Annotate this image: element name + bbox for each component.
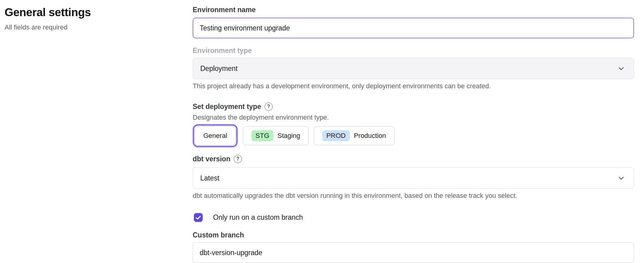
custom-branch-checkbox-label: Only run on a custom branch xyxy=(213,213,303,222)
deployment-type-description: Designates the deployment environment ty… xyxy=(193,114,634,121)
deployment-type-production-button[interactable]: PROD Production xyxy=(314,126,394,145)
page-title: General settings xyxy=(5,6,193,19)
deployment-type-general-button[interactable]: General xyxy=(195,126,236,145)
production-badge: PROD xyxy=(322,130,350,141)
deployment-type-staging-label: Staging xyxy=(278,132,300,140)
dbt-version-select[interactable]: Latest xyxy=(193,167,634,189)
dbt-version-label: dbt version xyxy=(193,155,230,163)
help-icon[interactable]: ? xyxy=(234,155,242,163)
deployment-type-general-label: General xyxy=(203,132,227,140)
deployment-type-options: General STG Staging PROD Production xyxy=(193,126,634,145)
environment-type-help-text: This project already has a development e… xyxy=(193,82,634,90)
environment-type-label: Environment type xyxy=(193,46,634,55)
custom-branch-input[interactable] xyxy=(193,242,634,263)
deployment-type-staging-button[interactable]: STG Staging xyxy=(243,126,309,145)
settings-header: General settings All fields are required xyxy=(5,5,193,263)
custom-branch-label: Custom branch xyxy=(193,231,634,239)
general-settings-page: General settings All fields are required… xyxy=(0,0,644,263)
environment-type-value: Deployment xyxy=(200,65,238,73)
checkmark-icon xyxy=(196,216,201,220)
dbt-version-value: Latest xyxy=(200,174,219,182)
environment-name-label: Environment name xyxy=(193,5,634,14)
help-icon[interactable]: ? xyxy=(264,103,273,111)
dbt-version-help-text: dbt automatically upgrades the dbt versi… xyxy=(193,192,634,200)
environment-type-select: Deployment xyxy=(193,58,634,79)
custom-branch-checkbox-row: Only run on a custom branch xyxy=(193,213,634,222)
chevron-down-icon xyxy=(617,174,625,182)
staging-badge: STG xyxy=(251,130,273,141)
page-subtitle: All fields are required xyxy=(5,23,193,31)
environment-name-input[interactable] xyxy=(193,18,634,38)
chevron-down-icon xyxy=(617,65,625,72)
settings-form: Environment name Environment type Deploy… xyxy=(193,5,634,263)
custom-branch-checkbox[interactable] xyxy=(194,213,203,222)
deployment-type-label: Set deployment type xyxy=(193,102,261,111)
deployment-type-production-label: Production xyxy=(354,132,386,140)
